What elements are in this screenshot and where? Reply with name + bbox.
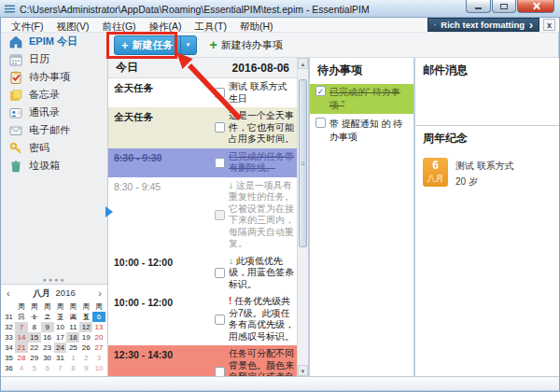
menu-item[interactable]: 文件(F) <box>5 20 49 33</box>
rich-text-formatting-banner[interactable]: Rich text formatting › <box>427 18 539 32</box>
calendar-day[interactable]: 14 <box>15 332 28 343</box>
calendar-day[interactable]: 20 <box>92 332 105 343</box>
todo-checkbox[interactable]: ✓ <box>315 86 326 96</box>
calendar-day[interactable]: 7 <box>54 363 67 373</box>
today-task-row[interactable]: 8:30 - 9:30已完成的任务带有删除线。 <box>108 148 297 177</box>
calendar-day[interactable]: 25 <box>66 343 79 353</box>
calendar-day[interactable]: 9 <box>79 363 92 373</box>
menu-item[interactable]: 工具(T) <box>189 20 233 33</box>
task-checkbox[interactable] <box>215 315 225 325</box>
calendar-day[interactable]: 4 <box>66 312 79 322</box>
calendar-day[interactable]: 31 <box>15 312 28 322</box>
calendar-day[interactable]: 24 <box>54 343 67 353</box>
anniversary-age: 20 岁 <box>455 175 514 189</box>
task-checkbox[interactable] <box>215 158 225 168</box>
today-task-row[interactable]: 全天任务这是一个全天事件，它也有可能占用多天时间。 <box>108 107 297 148</box>
anniversary-panel-title: 周年纪念 <box>415 126 559 152</box>
todo-item[interactable]: 带 提醒通知 的 待办事项 <box>310 116 413 146</box>
calendar-day[interactable]: 5 <box>28 363 41 373</box>
calendar-day[interactable]: 4 <box>15 363 28 373</box>
task-checkbox[interactable] <box>215 268 225 278</box>
scroll-down-arrow[interactable]: ▼ <box>298 365 308 376</box>
task-checkbox[interactable] <box>215 122 225 133</box>
calendar-day[interactable]: 18 <box>66 332 79 343</box>
todo-checkbox[interactable] <box>315 118 326 128</box>
title-bar[interactable]: C:\Users\Administrator\AppData\Roaming\E… <box>0 0 560 18</box>
calendar-day[interactable]: 1 <box>66 353 79 363</box>
calendar-next-button[interactable]: › <box>98 289 102 298</box>
calendar-day[interactable]: 12 <box>79 322 92 332</box>
sidebar-item-EPIM 今日[interactable]: EPIM 今日 <box>1 33 107 50</box>
menu-item[interactable]: 前往(G) <box>95 20 142 33</box>
scrollbar[interactable]: ▲ ≡ ▼ <box>297 58 308 376</box>
scrollbar-thumb[interactable]: ≡ <box>299 79 307 247</box>
new-todo-button[interactable]: + 新建待办事项 <box>210 37 283 52</box>
calendar-day[interactable]: 21 <box>15 343 28 353</box>
calendar-day[interactable]: 13 <box>92 322 105 332</box>
sidebar-item-日历[interactable]: 日历 <box>1 50 107 68</box>
calendar-day[interactable]: 16 <box>41 332 54 343</box>
chevron-down-icon[interactable]: ▼ <box>181 42 196 48</box>
sidebar-item-垃圾箱[interactable]: 垃圾箱 <box>1 157 107 175</box>
calendar-day[interactable]: 5 <box>79 312 92 322</box>
calendar-day[interactable]: 22 <box>28 343 41 353</box>
calendar-day[interactable]: 2 <box>79 353 92 363</box>
sidebar-item-label: 电子邮件 <box>29 123 70 137</box>
new-task-button[interactable]: + 新建任务 ▼ <box>114 35 197 55</box>
sidebar-item-待办事项[interactable]: 待办事项 <box>1 68 107 86</box>
calendar-day[interactable]: 10 <box>54 322 67 332</box>
calendar-day[interactable]: 11 <box>66 322 79 332</box>
scroll-up-arrow[interactable]: ▲ <box>298 58 308 69</box>
calendar-day[interactable]: 23 <box>41 343 54 353</box>
calendar-day[interactable]: 7 <box>15 322 28 332</box>
task-checkbox[interactable] <box>215 88 225 98</box>
calendar-day[interactable]: 8 <box>66 363 79 373</box>
today-task-row[interactable]: 全天任务测试 联系方式 生日 <box>108 78 297 107</box>
calendar-day-header: 周一 <box>28 301 41 312</box>
menu-item[interactable]: 操作(A) <box>143 20 189 33</box>
sidebar-item-label: 日历 <box>29 52 49 66</box>
calendar-day[interactable]: 9 <box>41 322 54 332</box>
task-time: 12:30 - 14:30 <box>114 348 215 376</box>
anniversary-item[interactable]: 6 八月 测试 联系方式 20 岁 <box>415 152 559 194</box>
minimize-button[interactable] <box>466 0 491 13</box>
calendar-day[interactable]: 3 <box>54 312 67 322</box>
task-checkbox[interactable] <box>215 367 225 377</box>
sidebar-item-备忘录[interactable]: 备忘录 <box>1 86 107 104</box>
calendar-day[interactable]: 27 <box>92 343 105 353</box>
calendar-day[interactable]: 15 <box>28 332 41 343</box>
calendar-day[interactable]: 30 <box>41 353 54 363</box>
maximize-button[interactable] <box>492 0 516 13</box>
today-task-row[interactable]: 10:00 - 12:00↓ 此项低优先级，用蓝色签条标识。 <box>108 253 297 294</box>
calendar-day[interactable]: 10 <box>92 363 105 373</box>
splitter-handle[interactable]: ●●●● <box>1 277 107 282</box>
calendar-day[interactable]: 17 <box>54 332 67 343</box>
sidebar-item-密码[interactable]: 密码 <box>1 139 107 157</box>
sidebar-item-label: EPIM 今日 <box>29 35 77 49</box>
maximize-icon <box>500 4 508 9</box>
sidebar: EPIM 今日日历待办事项备忘录通讯录电子邮件密码垃圾箱 ●●●● ‹ 八月 2… <box>1 33 108 376</box>
calendar-day[interactable]: 6 <box>92 312 105 322</box>
calendar-day[interactable]: 29 <box>28 353 41 363</box>
calendar-day[interactable]: 6 <box>41 363 54 373</box>
menu-item[interactable]: 帮助(H) <box>233 20 280 33</box>
today-task-row[interactable]: 8:30 - 9:45↓ 这是一项具有重复性的任务。它被设置为在接下来的三周内，… <box>108 177 297 253</box>
calendar-day[interactable]: 3 <box>92 353 105 363</box>
task-checkbox[interactable] <box>215 210 225 220</box>
calendar-day[interactable]: 26 <box>79 343 92 353</box>
todo-item[interactable]: ✓已完成的“ 待办事项 ” <box>310 84 413 114</box>
banner-close-button[interactable]: x <box>543 19 555 31</box>
sidebar-item-通讯录[interactable]: 通讯录 <box>1 104 107 121</box>
menu-item[interactable]: 视图(V) <box>49 20 95 33</box>
today-task-row[interactable]: 10:00 - 12:00! 任务优先级共分7级。此项任务有高优先级，用感叹号标… <box>108 293 297 345</box>
calendar-day[interactable]: 19 <box>79 332 92 343</box>
task-time: 8:30 - 9:30 <box>114 151 215 175</box>
calendar-day[interactable]: 8 <box>28 322 41 332</box>
calendar-day[interactable]: 1 <box>28 312 41 322</box>
close-button[interactable] <box>517 0 554 13</box>
calendar-day[interactable]: 31 <box>54 353 67 363</box>
sidebar-item-电子邮件[interactable]: 电子邮件 <box>1 121 107 139</box>
calendar-day[interactable]: 2 <box>41 312 54 322</box>
calendar-day[interactable]: 28 <box>15 353 28 363</box>
today-task-row[interactable]: 12:30 - 14:30任务可分配不同 背景色。颜色来自预定义或者自定义的颜色… <box>108 345 297 376</box>
